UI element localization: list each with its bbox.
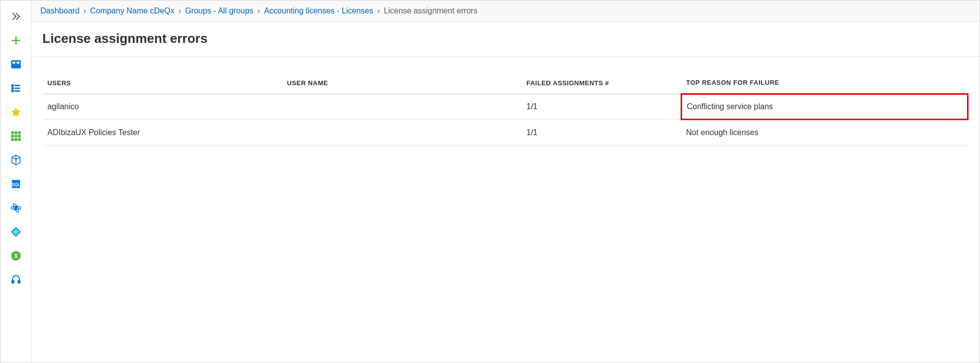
headset-icon [10,274,21,285]
col-header-users[interactable]: USERS [42,72,282,94]
svg-point-5 [11,90,13,92]
list-icon [10,83,21,94]
cell-reason: Not enough licenses [681,120,968,146]
cube-icon [10,155,21,166]
dashboard-icon [10,59,21,70]
cell-username [282,94,521,120]
sidebar: SQL $ [0,0,31,363]
cost-icon: $ [10,250,21,261]
svg-rect-11 [18,135,21,138]
sidebar-dashboard[interactable] [0,52,31,76]
svg-rect-8 [18,131,21,134]
cosmos-icon [10,202,21,213]
svg-rect-10 [14,135,17,138]
breadcrumb-link[interactable]: Groups - All groups [185,6,253,15]
sidebar-cosmos[interactable] [0,196,31,220]
app-root: SQL $ Dashboard › Company Name cDeQx › G… [0,0,980,363]
chevron-right-icon: › [179,6,181,15]
sidebar-expand[interactable] [0,4,31,28]
svg-rect-6 [11,131,14,134]
sql-icon: SQL [10,179,21,189]
svg-rect-13 [14,138,17,141]
chevron-right-double-icon [10,11,21,22]
table-container: USERS USER NAME FAILED ASSIGNMENTS # TOP… [31,57,980,146]
table-row[interactable]: ADIbizaUX Policies Tester 1/1 Not enough… [42,120,968,146]
svg-rect-14 [18,138,21,141]
svg-point-4 [11,88,13,89]
chevron-right-icon: › [257,6,260,15]
cell-users: ADIbizaUX Policies Tester [42,120,282,146]
plus-icon [10,35,21,46]
sidebar-support[interactable] [0,268,31,292]
col-header-reason[interactable]: TOP REASON FOR FAILURE [681,72,968,94]
cell-users: agilanico [42,94,282,120]
sidebar-diamond[interactable] [0,220,31,244]
col-header-username[interactable]: USER NAME [282,72,521,94]
breadcrumb-link[interactable]: Accounting licenses - Licenses [264,6,373,15]
svg-rect-7 [14,131,17,134]
star-icon [10,107,21,118]
sidebar-list[interactable] [0,76,31,100]
sidebar-cost[interactable]: $ [0,244,31,268]
svg-text:SQL: SQL [11,182,20,187]
chevron-right-icon: › [83,6,86,15]
svg-rect-2 [16,62,19,64]
cell-failed: 1/1 [521,94,681,120]
errors-table: USERS USER NAME FAILED ASSIGNMENTS # TOP… [42,72,969,146]
svg-rect-22 [11,280,13,283]
sidebar-grid[interactable] [0,124,31,148]
table-row[interactable]: agilanico 1/1 Conflicting service plans [42,94,968,120]
svg-text:$: $ [14,253,17,259]
svg-rect-12 [11,138,14,141]
breadcrumb-current: License assignment errors [384,6,478,15]
sidebar-create[interactable] [0,28,31,52]
sidebar-sql[interactable]: SQL [0,172,31,196]
main-content: Dashboard › Company Name cDeQx › Groups … [31,0,980,363]
page-title: License assignment errors [31,22,980,57]
col-header-failed[interactable]: FAILED ASSIGNMENTS # [521,72,681,94]
sidebar-favorites[interactable] [0,100,31,124]
svg-rect-0 [11,60,20,69]
sidebar-cube[interactable] [0,148,31,172]
grid-icon [10,131,21,142]
svg-point-19 [14,207,16,209]
cell-reason-highlighted: Conflicting service plans [681,94,968,120]
svg-rect-1 [12,62,15,64]
svg-rect-9 [11,135,14,138]
breadcrumb-link[interactable]: Company Name cDeQx [90,6,175,15]
diamond-icon [10,226,21,237]
chevron-right-icon: › [377,6,380,15]
breadcrumb: Dashboard › Company Name cDeQx › Groups … [31,0,980,22]
cell-failed: 1/1 [521,120,681,146]
svg-rect-23 [18,280,20,283]
breadcrumb-link[interactable]: Dashboard [40,6,79,15]
svg-point-3 [11,85,13,86]
cell-username [282,120,521,146]
